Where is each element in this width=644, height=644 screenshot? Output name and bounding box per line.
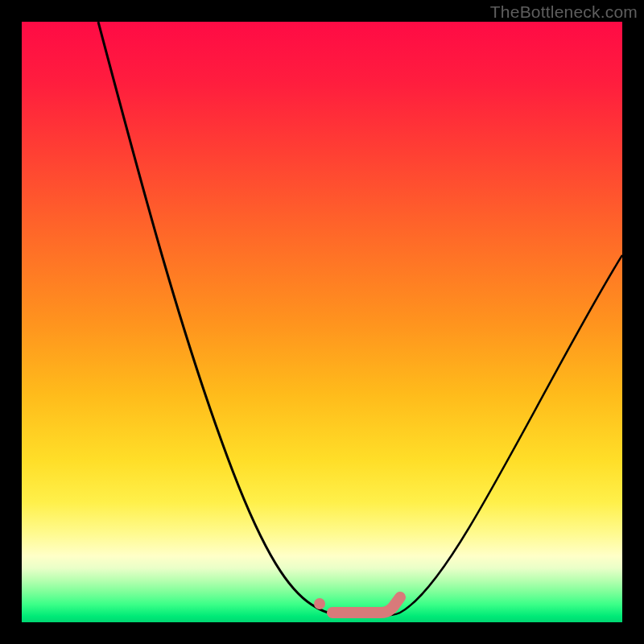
highlight-dot [314, 598, 325, 609]
outer-frame: TheBottleneck.com [0, 0, 644, 644]
watermark-text: TheBottleneck.com [490, 2, 638, 22]
highlight-segment [332, 597, 400, 613]
left-curve [98, 22, 336, 614]
right-curve [381, 255, 622, 616]
plot-area [22, 22, 622, 622]
curve-layer [22, 22, 622, 622]
